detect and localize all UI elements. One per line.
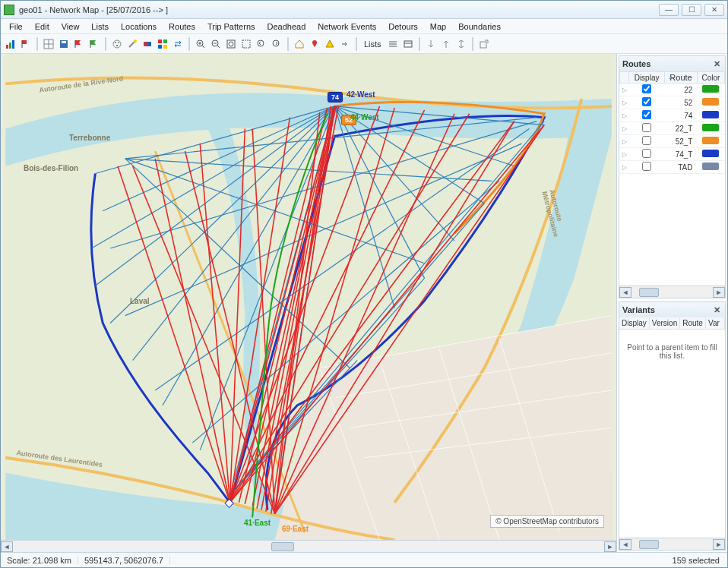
display-checkbox-cell[interactable]	[629, 161, 665, 174]
display-checkbox-cell[interactable]	[629, 122, 665, 135]
variants-horizontal-scrollbar[interactable]: ◄ ►	[619, 538, 725, 550]
route-row[interactable]: ▷52	[620, 96, 725, 109]
flag-green-icon[interactable]	[87, 37, 101, 51]
col-display[interactable]: Display	[629, 72, 665, 84]
close-button[interactable]: ✕	[704, 4, 724, 16]
anchor-up-icon[interactable]	[439, 37, 453, 51]
col-route[interactable]: ▲Route	[665, 72, 698, 84]
zoom-out-icon[interactable]	[209, 37, 223, 51]
menu-map[interactable]: Map	[425, 21, 451, 33]
variants-scroll-right[interactable]: ►	[713, 539, 725, 550]
display-checkbox-cell[interactable]	[629, 109, 665, 122]
row-handle-icon[interactable]: ▷	[620, 96, 629, 109]
menu-lists[interactable]: Lists	[86, 21, 114, 33]
route-row[interactable]: ▷74	[620, 109, 725, 122]
list1-icon[interactable]	[386, 37, 400, 51]
row-handle-icon[interactable]: ▷	[620, 109, 629, 122]
menu-view[interactable]: View	[56, 21, 85, 33]
routes-panel-close-icon[interactable]: ✕	[711, 58, 722, 69]
flag-red2-icon[interactable]	[72, 37, 86, 51]
route-name: 52	[665, 96, 698, 109]
pin-icon[interactable]	[308, 37, 321, 51]
vcol-version[interactable]: Version	[650, 317, 680, 329]
menu-trip-patterns[interactable]: Trip Patterns	[202, 21, 261, 33]
menu-boundaries[interactable]: Boundaries	[453, 21, 506, 33]
routes-scroll-right[interactable]: ►	[713, 287, 725, 298]
route-row[interactable]: ▷52_T	[620, 135, 725, 148]
menu-routes[interactable]: Routes	[163, 21, 201, 33]
scroll-thumb[interactable]	[271, 542, 294, 551]
list2-icon[interactable]	[401, 37, 415, 51]
place-terrebonne: Terrebonne	[69, 134, 110, 142]
maximize-button[interactable]: ☐	[682, 4, 701, 16]
variants-scroll-thumb[interactable]	[639, 540, 659, 549]
save-icon[interactable]	[57, 37, 71, 51]
color-swatch	[702, 163, 719, 170]
svg-rect-9	[62, 41, 66, 43]
route-row[interactable]: ▷22	[620, 84, 725, 96]
display-checkbox-cell[interactable]	[629, 84, 665, 96]
display-checkbox-cell[interactable]	[629, 148, 665, 161]
zoom-fit-icon[interactable]	[224, 37, 238, 51]
row-handle-icon[interactable]: ▷	[620, 161, 629, 174]
swap-icon[interactable]	[171, 37, 185, 51]
map-pane: Terrebonne Bois-des-Filion Laval Autorou…	[1, 54, 617, 552]
zoom-next-icon[interactable]	[270, 37, 283, 51]
route-row[interactable]: ▷74_T	[620, 148, 725, 161]
row-handle-icon[interactable]: ▷	[620, 135, 629, 148]
routes-scroll-thumb[interactable]	[639, 288, 659, 297]
vcol-display[interactable]: Display	[619, 317, 650, 329]
map-horizontal-scrollbar[interactable]: ◄ ►	[1, 540, 616, 552]
row-handle-icon[interactable]: ▷	[620, 122, 629, 135]
color-grid-icon[interactable]	[156, 37, 169, 51]
map-canvas[interactable]: Terrebonne Bois-des-Filion Laval Autorou…	[1, 54, 616, 540]
row-handle-icon[interactable]: ▷	[620, 84, 629, 96]
chart-icon[interactable]	[4, 37, 17, 51]
row-handle-icon[interactable]: ▷	[620, 148, 629, 161]
scroll-right-button[interactable]: ►	[604, 541, 616, 552]
color-swatch	[702, 124, 719, 131]
display-checkbox[interactable]	[642, 136, 651, 145]
route-row[interactable]: ▷TAD	[620, 161, 725, 174]
arrow-right-icon[interactable]	[338, 37, 352, 51]
menu-network-events[interactable]: Network Events	[312, 21, 381, 33]
display-checkbox[interactable]	[642, 149, 651, 158]
route-row[interactable]: ▷22_T	[620, 122, 725, 135]
display-checkbox[interactable]	[642, 97, 651, 106]
menu-locations[interactable]: Locations	[116, 21, 162, 33]
export-icon[interactable]	[477, 37, 491, 51]
menu-detours[interactable]: Detours	[383, 21, 423, 33]
vcol-var[interactable]: Var	[706, 317, 725, 329]
display-checkbox[interactable]	[642, 162, 651, 171]
zoom-selection-icon[interactable]	[239, 37, 253, 51]
menu-file[interactable]: File	[4, 21, 28, 33]
anchor-down-icon[interactable]	[424, 37, 438, 51]
col-color[interactable]: Color	[697, 72, 724, 84]
variants-panel-close-icon[interactable]: ✕	[711, 305, 722, 315]
zoom-in-icon[interactable]	[194, 37, 207, 51]
routes-scroll-left[interactable]: ◄	[619, 287, 631, 298]
svg-rect-3	[22, 40, 27, 44]
menu-deadhead[interactable]: Deadhead	[262, 21, 312, 33]
wand-icon[interactable]	[125, 37, 139, 51]
home-icon[interactable]	[293, 37, 306, 51]
menu-edit[interactable]: Edit	[30, 21, 55, 33]
anchor-both-icon[interactable]	[454, 37, 468, 51]
vcol-route[interactable]: Route	[680, 317, 706, 329]
zoom-previous-icon[interactable]	[255, 37, 268, 51]
minimize-button[interactable]: —	[659, 4, 679, 16]
display-checkbox[interactable]	[642, 123, 651, 132]
flag-red-icon[interactable]	[19, 37, 33, 51]
scroll-left-button[interactable]: ◄	[1, 541, 13, 552]
paint-icon[interactable]	[110, 37, 124, 51]
routes-horizontal-scrollbar[interactable]: ◄ ►	[619, 286, 725, 298]
display-checkbox-cell[interactable]	[629, 135, 665, 148]
grid-icon[interactable]	[42, 37, 55, 51]
gradient-icon[interactable]	[141, 37, 154, 51]
display-checkbox[interactable]	[642, 84, 651, 93]
route-name: TAD	[665, 161, 698, 174]
display-checkbox-cell[interactable]	[629, 96, 665, 109]
variants-scroll-left[interactable]: ◄	[619, 539, 631, 550]
warning-icon[interactable]	[323, 37, 337, 51]
display-checkbox[interactable]	[642, 110, 651, 119]
